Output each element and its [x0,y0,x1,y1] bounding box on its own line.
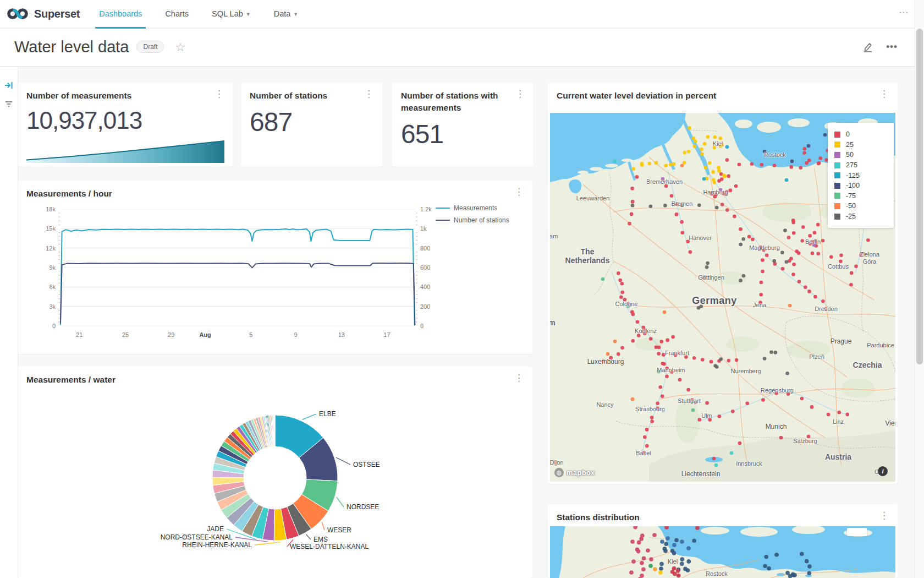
nav-item-charts[interactable]: Charts [153,0,200,28]
legend-label: 0 [846,130,850,138]
legend-item[interactable]: 50 [834,150,887,160]
chevron-down-icon: ▼ [293,12,298,17]
donut-slice[interactable] [274,415,275,446]
donut-label-leader [322,522,324,530]
card-measurements-per-hour: Measurements / hour ⋮ 003k2006k4009k6001… [18,181,532,354]
edit-pencil-icon[interactable] [862,41,874,53]
status-badge: Draft [136,41,164,53]
legend-label: -125 [846,172,860,179]
legend-label: -75 [846,192,856,200]
top-nav: Superset Dashboards Charts SQL Lab▼ Data… [0,0,924,29]
legend-color-swatch [834,141,840,148]
favorite-star-icon[interactable]: ☆ [175,41,185,53]
series-line-Number of stations[interactable] [61,263,415,325]
big-number-value: 10,937,013 [26,107,142,134]
legend-label[interactable]: Measurements [454,204,497,212]
station-dots-layer[interactable] [550,526,895,578]
nav-menu: Dashboards Charts SQL Lab▼ Data▼ [87,0,310,28]
legend-item[interactable]: 275 [834,160,887,171]
legend-color-swatch [834,132,840,138]
kebab-menu-icon[interactable]: ⋮ [361,88,377,100]
mapbox-logo-icon: ◍ [554,468,564,477]
card-measurements-per-water: Measurements / water ⋮ ELBEOSTSEENORDSEE… [18,367,532,578]
series-line-Measurements[interactable] [61,229,415,325]
donut-slice-label: JADE [207,525,224,533]
superset-logo[interactable]: Superset [0,6,87,21]
donut-slice-label: WESEL-DATTELN-KANAL [290,543,369,550]
expand-filters-icon[interactable] [4,80,14,90]
donut-label-leader [306,535,311,540]
legend-color-swatch [834,203,840,209]
nav-item-data[interactable]: Data▼ [262,0,310,28]
donut-label-leader [255,542,280,545]
legend-item[interactable]: 0 [834,129,887,140]
card-number-of-measurements: Number of measurements ⋮ 10,937,013 [18,83,233,167]
nav-item-dashboards[interactable]: Dashboards [87,0,153,28]
more-actions-icon[interactable]: ••• [886,41,898,52]
legend-item[interactable]: -50 [834,201,887,211]
donut-slice-label: NORD-OSTSEE-KANAL [161,533,233,541]
legend-label: 50 [846,151,854,159]
big-number-value: 651 [401,119,443,149]
map-attribution[interactable]: ◍ mapbox [554,468,595,477]
map-info-icon[interactable]: i [878,466,888,476]
filter-list-icon[interactable] [4,99,14,109]
y-right-tick-label: 400 [420,283,430,290]
card-stations-with-measurements: Number of stations with measurements ⋮ 6… [392,83,534,167]
big-number-value: 687 [250,107,292,137]
legend-label: -100 [846,182,860,189]
chart-title: Number of stations [250,90,364,102]
y-right-tick-label: 800 [420,245,430,252]
nav-item-sql-lab[interactable]: SQL Lab▼ [200,0,262,28]
brand-name: Superset [34,8,80,20]
x-tick-label: 9 [294,331,298,338]
dashboard-header: Water level data Draft ☆ ••• [0,28,924,67]
x-tick-label: 13 [338,331,345,338]
x-tick-label: 5 [249,331,252,338]
kebab-menu-icon[interactable]: ⋮ [211,88,227,100]
kebab-menu-icon[interactable]: ⋮ [876,88,892,100]
card-stations-distribution: Stations distribution ⋮ [548,504,898,578]
legend-label[interactable]: Number of stations [454,216,509,224]
legend-item[interactable]: -75 [834,191,887,201]
kebab-menu-icon[interactable]: ⋮ [876,510,892,521]
measurements-per-water-donut[interactable]: ELBEOSTSEENORDSEEWESEREMSWESEL-DATTELN-K… [18,367,532,578]
page-title: Water level data [14,38,129,56]
x-tick-label: 21 [76,331,82,338]
chart-title: Current water level deviation in percent [557,90,879,102]
y-left-tick-label: 3k [49,303,56,310]
scrollbar-thumb[interactable] [916,29,923,364]
legend-item[interactable]: -25 [834,211,887,222]
chart-title: Number of stations with measurements [401,90,515,114]
y-right-tick-label: 200 [420,303,430,310]
y-left-tick-label: 15k [46,225,56,232]
kebab-menu-icon[interactable]: ⋮ [512,88,528,100]
legend-item[interactable]: -125 [834,170,887,181]
legend-item[interactable]: -100 [834,181,887,191]
legend-item[interactable]: 25 [834,140,887,150]
x-tick-label: Aug [199,331,211,338]
y-right-tick-label: 0 [420,323,424,329]
page-scrollbar[interactable] [915,0,924,578]
legend-color-swatch [834,152,840,158]
measurements-trend-sparkline [26,138,224,163]
y-left-tick-label: 18k [46,206,56,212]
nav-overflow-menu[interactable]: ⋯ [899,7,910,19]
filter-rail [0,66,18,578]
y-right-tick-label: 1k [420,225,427,232]
measurements-per-hour-chart[interactable]: 003k2006k4009k60012k80015k1k18k1.2k21252… [18,185,532,350]
donut-slice-label: WESER [327,526,351,534]
legend-color-swatch [834,193,840,199]
legend-color-swatch [834,214,840,220]
chart-title: Number of measurements [26,90,214,102]
legend-color-swatch [834,162,840,168]
superset-dashboard: Superset Dashboards Charts SQL Lab▼ Data… [0,0,924,578]
card-water-level-deviation-map: Current water level deviation in percent… [548,83,898,484]
donut-label-leader [337,497,344,507]
mapbox-wordmark: mapbox [566,468,595,477]
stations-distribution-map[interactable]: KielRostock [550,526,895,578]
map-legend[interactable]: 02550275-125-100-75-50-25 [828,123,894,228]
deviation-map[interactable]: LeeuwardenAmsterdamThe NetherlandsBremer… [550,113,895,482]
y-left-tick-label: 9k [49,264,56,271]
donut-slice-label: EMS [314,536,328,543]
